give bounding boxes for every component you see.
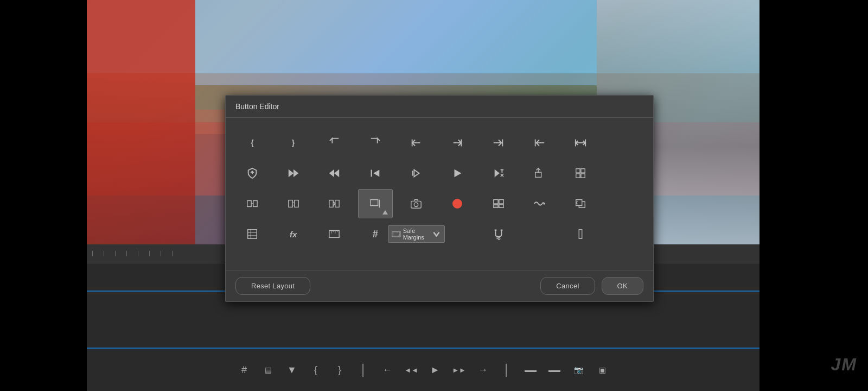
- record-button: [452, 199, 462, 209]
- arrow-left-bar-icon: [410, 137, 422, 149]
- icon-fx[interactable]: fx: [277, 220, 310, 248]
- icon-arrow-left-end[interactable]: [522, 129, 556, 157]
- icon-play[interactable]: [441, 159, 474, 187]
- svg-marker-16: [329, 169, 334, 178]
- match-frame-icon: [575, 167, 586, 179]
- svg-marker-21: [454, 169, 461, 178]
- svg-rect-31: [576, 174, 580, 178]
- icon-safe-margins[interactable]: Safe Margins: [399, 220, 433, 248]
- sequence-2-icon: [288, 198, 299, 210]
- svg-rect-52: [576, 200, 582, 206]
- svg-rect-63: [393, 232, 399, 236]
- svg-point-50: [544, 203, 546, 205]
- dialog-body: { }: [226, 118, 653, 270]
- safe-margins-label: Safe Margins: [403, 228, 430, 241]
- svg-rect-33: [247, 201, 251, 207]
- svg-rect-29: [576, 169, 580, 173]
- cursor-arrow: [382, 210, 388, 215]
- svg-rect-30: [581, 169, 585, 173]
- svg-rect-36: [288, 200, 292, 207]
- icon-panel-vertical[interactable]: [564, 220, 597, 248]
- icon-sequence-2[interactable]: [277, 190, 310, 218]
- icon-sequence-3[interactable]: [317, 190, 351, 218]
- icon-fast-forward[interactable]: [277, 159, 310, 187]
- fast-forward-icon: [288, 167, 299, 179]
- svg-rect-34: [253, 201, 257, 207]
- dialog-footer: Reset Layout Cancel OK: [226, 270, 653, 301]
- step-back-icon: [369, 167, 381, 179]
- svg-rect-41: [335, 200, 339, 207]
- svg-rect-37: [294, 200, 298, 207]
- icon-match-frame[interactable]: [564, 159, 597, 187]
- icon-multicam[interactable]: [482, 190, 515, 218]
- icon-corner-right[interactable]: [317, 129, 351, 157]
- monitor-cursor-icon: [369, 198, 381, 210]
- icon-placeholder-2[interactable]: [604, 159, 638, 187]
- icon-shield[interactable]: [235, 159, 269, 187]
- safe-margins-arrow-icon: [432, 228, 441, 240]
- icon-arrow-right-bar[interactable]: [441, 129, 474, 157]
- panel-vertical-icon: [575, 228, 586, 240]
- icon-export[interactable]: [522, 159, 556, 187]
- ok-button[interactable]: OK: [602, 277, 643, 295]
- icon-camera[interactable]: [399, 190, 433, 218]
- svg-point-45: [414, 203, 418, 206]
- svg-marker-13: [288, 169, 293, 178]
- icon-sequence-1[interactable]: [235, 190, 269, 218]
- icon-monitor-cursor[interactable]: [359, 190, 392, 218]
- dialog-title: Button Editor: [226, 96, 653, 118]
- icon-replace[interactable]: [564, 190, 597, 218]
- replace-icon: [575, 198, 586, 210]
- icon-arrow-left-bar[interactable]: [399, 129, 433, 157]
- icon-placeholder-4[interactable]: [522, 220, 556, 248]
- icon-record[interactable]: [441, 190, 474, 218]
- play-fx-icon: [493, 167, 505, 179]
- icon-settings2[interactable]: [235, 220, 269, 248]
- icon-placeholder-1[interactable]: [604, 129, 638, 157]
- icon-step-forward-small[interactable]: [399, 159, 433, 187]
- safe-margins-icon: [392, 228, 401, 240]
- corner-right-icon: [328, 137, 340, 149]
- icon-magnet-link[interactable]: [482, 220, 515, 248]
- icon-arrow-right-end[interactable]: [482, 129, 515, 157]
- svg-marker-22: [494, 169, 499, 178]
- multicam-icon: [493, 198, 505, 210]
- svg-rect-40: [329, 200, 333, 207]
- icon-fast-backward[interactable]: [317, 159, 351, 187]
- icon-ripple[interactable]: [522, 190, 556, 218]
- dialog-overlay: Button Editor { }: [0, 0, 868, 391]
- reset-layout-button[interactable]: Reset Layout: [235, 277, 310, 295]
- icon-arrows-expand[interactable]: [564, 129, 597, 157]
- svg-marker-19: [414, 170, 419, 177]
- svg-rect-57: [329, 231, 339, 238]
- export-icon: [533, 167, 545, 179]
- icon-bracket-open[interactable]: {: [235, 129, 269, 157]
- camera-icon: [410, 198, 422, 210]
- svg-marker-15: [334, 169, 339, 178]
- icon-play-fx[interactable]: [482, 159, 515, 187]
- magnet-link-icon: [493, 228, 505, 240]
- icon-bracket-close[interactable]: }: [277, 129, 310, 157]
- icon-corner-left[interactable]: [359, 129, 392, 157]
- svg-rect-48: [493, 205, 497, 208]
- sequence-1-icon: [246, 198, 258, 210]
- icon-hash[interactable]: #: [359, 220, 392, 248]
- svg-rect-68: [579, 230, 582, 239]
- ripple-icon: [533, 198, 545, 210]
- svg-marker-14: [293, 169, 298, 178]
- safe-margins-button[interactable]: Safe Margins: [388, 225, 445, 243]
- shield-icon: [246, 167, 258, 179]
- corner-left-icon: [369, 137, 381, 149]
- icon-placeholder-5[interactable]: [604, 220, 638, 248]
- dialog-action-buttons: Cancel OK: [540, 277, 643, 295]
- svg-rect-42: [371, 200, 378, 206]
- svg-rect-32: [581, 174, 585, 178]
- icon-placeholder-3[interactable]: [604, 190, 638, 218]
- cancel-button[interactable]: Cancel: [540, 277, 595, 295]
- svg-rect-47: [499, 200, 503, 204]
- icon-step-back[interactable]: [359, 159, 392, 187]
- svg-rect-44: [411, 201, 421, 208]
- ruler-marks-icon: [328, 228, 340, 240]
- icon-ruler-marks[interactable]: [317, 220, 351, 248]
- svg-point-67: [498, 237, 500, 239]
